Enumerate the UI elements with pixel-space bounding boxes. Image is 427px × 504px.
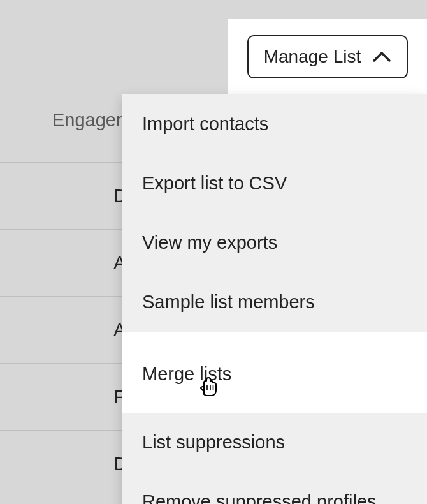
dropdown-item-remove-suppressed-profiles[interactable]: Remove suppressed profiles	[122, 472, 427, 504]
dropdown-item-export-list-to-csv[interactable]: Export list to CSV	[122, 154, 427, 213]
manage-list-label: Manage List	[264, 47, 361, 67]
dropdown-item-import-contacts[interactable]: Import contacts	[122, 94, 427, 154]
manage-list-button-wrapper: Manage List	[228, 19, 427, 94]
chevron-up-icon	[372, 51, 391, 63]
dropdown-item-sample-list-members[interactable]: Sample list members	[122, 272, 427, 332]
manage-list-button[interactable]: Manage List	[247, 35, 409, 78]
dropdown-item-view-my-exports[interactable]: View my exports	[122, 213, 427, 272]
dropdown-item-merge-lists[interactable]: Merge lists	[122, 332, 427, 413]
dropdown-item-list-suppressions[interactable]: List suppressions	[122, 413, 427, 472]
manage-list-dropdown: Import contactsExport list to CSVView my…	[122, 94, 427, 504]
